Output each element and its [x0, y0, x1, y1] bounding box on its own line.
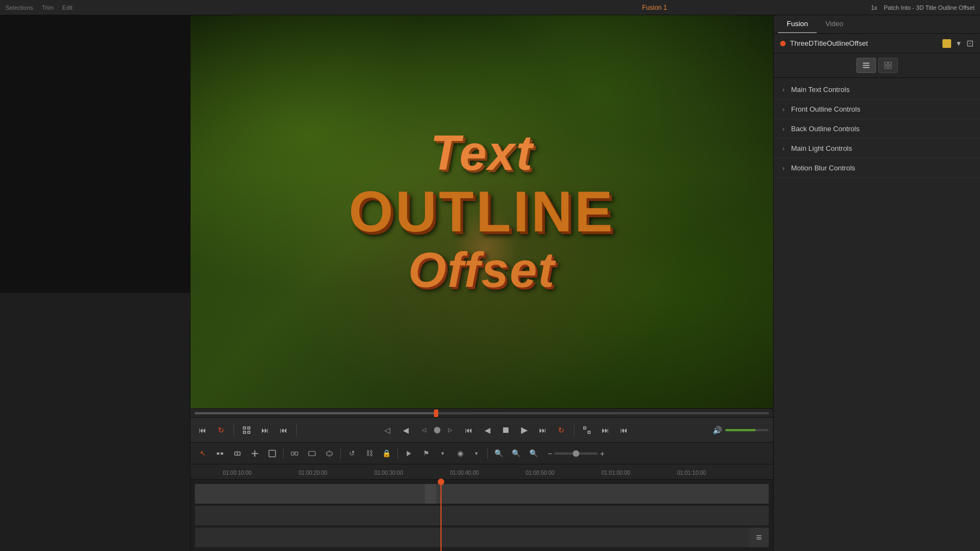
trim-end-btn[interactable]: [230, 446, 245, 461]
tb-sep2: [340, 448, 341, 459]
zoom-plus[interactable]: +: [600, 449, 604, 458]
arrow-select-btn[interactable]: ↖: [195, 446, 210, 461]
timeline-tracks: ≡: [191, 480, 773, 551]
loop2-btn[interactable]: ↻: [554, 423, 569, 438]
video-frame: Text OUTLINE Offset: [191, 15, 773, 408]
tab-video[interactable]: Video: [817, 15, 852, 33]
svg-rect-11: [254, 450, 255, 457]
patch-info: Patch Into - 3D Title Outline Offset: [884, 4, 975, 11]
watermark-logo: ≡: [749, 528, 769, 547]
control-main-light[interactable]: › Main Light Controls: [774, 139, 980, 158]
color-dropdown-btn[interactable]: ▼: [469, 446, 484, 461]
lock-btn[interactable]: 🔒: [379, 446, 394, 461]
title-line1: Text: [349, 126, 615, 180]
volume-fill: [725, 429, 756, 431]
tb-sep4: [487, 448, 488, 459]
macro-expand[interactable]: ⊡: [966, 38, 973, 48]
svg-marker-19: [407, 451, 411, 456]
mark-btn[interactable]: [434, 427, 440, 433]
timecode-7: 01:01:10:00: [677, 470, 706, 476]
volume-bar[interactable]: [725, 429, 769, 431]
volume-control: 🔊: [713, 426, 769, 434]
control-motion-blur[interactable]: › Motion Blur Controls: [774, 158, 980, 178]
step-back2-btn[interactable]: ◀: [480, 423, 495, 438]
fit-screen-btn2[interactable]: [579, 423, 595, 438]
next-clip-btn[interactable]: ⏭: [258, 423, 273, 438]
undo-btn[interactable]: ↺: [344, 446, 359, 461]
next-mark-btn[interactable]: ▷: [443, 423, 458, 438]
select-mode-btn[interactable]: [265, 446, 280, 461]
scrubber-bar[interactable]: [191, 408, 773, 417]
skip-to-start-btn[interactable]: ⏮: [195, 423, 210, 438]
insert-btn[interactable]: [287, 446, 302, 461]
svg-rect-12: [269, 450, 275, 457]
video-preview: Text OUTLINE Offset: [191, 15, 773, 408]
macro-dot: [780, 41, 786, 46]
sep2: [296, 424, 297, 437]
zoom-thumb: [573, 450, 579, 457]
zoom-fit-btn[interactable]: 🔍: [526, 446, 541, 461]
control-back-outline[interactable]: › Back Outline Controls: [774, 119, 980, 139]
step-back-btn[interactable]: ◀: [398, 423, 413, 438]
zoom-timeline-btn[interactable]: 🔍: [491, 446, 506, 461]
trim-start-btn[interactable]: [212, 446, 228, 461]
volume-icon[interactable]: 🔊: [713, 426, 722, 434]
menu-item-edit[interactable]: Edit: [62, 4, 72, 11]
tb-sep3: [397, 448, 398, 459]
svg-rect-1: [248, 427, 250, 429]
scrubber-head[interactable]: [434, 409, 438, 417]
prev-btn[interactable]: ◁: [379, 423, 395, 438]
timeline-area: 01:00:10:00 01:00:20:00 01:00:30:00 01:0…: [191, 464, 773, 551]
svg-rect-6: [217, 452, 219, 455]
svg-rect-0: [243, 427, 246, 429]
zoom-out-timeline-btn[interactable]: 🔍: [509, 446, 524, 461]
fast-fwd-btn[interactable]: ⏭: [535, 423, 550, 438]
track-1: [195, 484, 769, 504]
loop-btn[interactable]: ↻: [213, 423, 229, 438]
timeline-ruler: 01:00:10:00 01:00:20:00 01:00:30:00 01:0…: [191, 464, 773, 480]
zoom-slider[interactable]: − +: [548, 449, 604, 458]
link-btn[interactable]: ⛓: [362, 446, 377, 461]
playhead: [440, 480, 442, 551]
svg-rect-7: [220, 452, 223, 455]
svg-rect-3: [248, 431, 250, 433]
view-toggle-bar: [774, 53, 980, 78]
play-btn[interactable]: ▶: [517, 423, 532, 438]
svg-rect-21: [863, 65, 869, 66]
view-grid-btn[interactable]: [878, 58, 898, 73]
prev-mark-btn[interactable]: ◁: [416, 423, 432, 438]
top-bar: Selections Trim Edit Fusion 1 1x Patch I…: [0, 0, 980, 15]
svg-rect-16: [327, 452, 332, 455]
menu-item-trim[interactable]: Trim: [42, 4, 54, 11]
top-bar-title: Fusion 1: [642, 4, 667, 11]
tab-fusion[interactable]: Fusion: [778, 15, 817, 33]
view-list-btn[interactable]: [856, 58, 876, 73]
end-btn[interactable]: ⏮: [276, 423, 291, 438]
zoom-minus[interactable]: −: [548, 449, 552, 458]
scrubber-track[interactable]: [195, 412, 769, 414]
next2-btn[interactable]: ⏭: [598, 423, 613, 438]
zoom-track[interactable]: [554, 452, 598, 455]
snap-btn[interactable]: [401, 446, 416, 461]
control-front-outline[interactable]: › Front Outline Controls: [774, 100, 980, 119]
flag-btn[interactable]: ⚑: [419, 446, 434, 461]
macro-dropdown[interactable]: ▼: [955, 40, 962, 47]
screen-fit-btn[interactable]: [239, 423, 254, 438]
menu-item-selections[interactable]: Selections: [5, 4, 33, 11]
go-start-btn[interactable]: ⏮: [461, 423, 476, 438]
macro-color-swatch[interactable]: [942, 39, 951, 48]
ripple-btn[interactable]: [322, 446, 337, 461]
svg-rect-23: [885, 62, 887, 65]
control-label-main-text: Main Text Controls: [791, 85, 849, 94]
overwrite-btn[interactable]: [304, 446, 320, 461]
stop-btn[interactable]: ⏹: [498, 423, 513, 438]
timecode-5: 01:00:50:00: [526, 470, 555, 476]
control-main-text[interactable]: › Main Text Controls: [774, 80, 980, 100]
color-btn[interactable]: ◉: [452, 446, 468, 461]
tb-sep1: [283, 448, 284, 459]
blade-btn[interactable]: [247, 446, 262, 461]
svg-rect-2: [243, 431, 246, 433]
flag-dropdown-btn[interactable]: ▼: [435, 446, 450, 461]
bottom-toolbar: ↖ ↺ ⛓: [191, 442, 773, 464]
end2-btn[interactable]: ⏮: [616, 423, 632, 438]
